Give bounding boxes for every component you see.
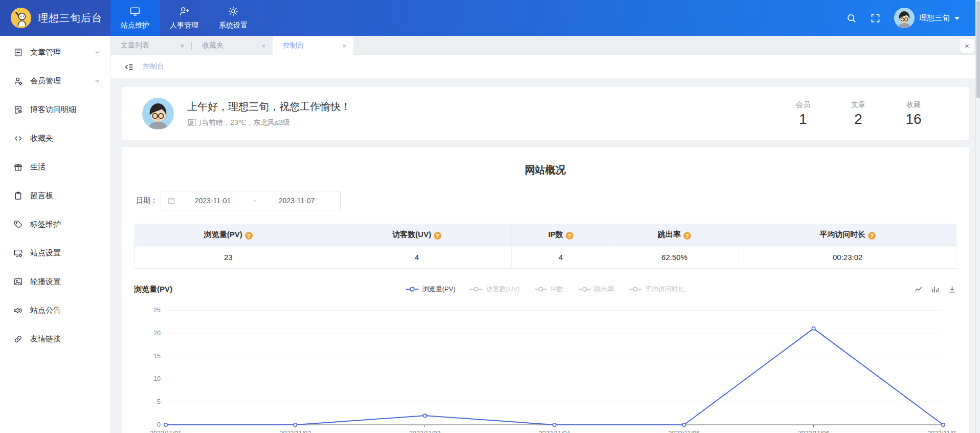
pv-line-chart: 05101520252023/11/012023/11/022023/11/03… <box>134 303 956 433</box>
svg-text:0: 0 <box>157 421 161 428</box>
tab-1[interactable]: 文章列表× <box>110 36 191 55</box>
date-separator: - <box>250 197 259 205</box>
sidebar-item-label: 收藏夹 <box>30 134 53 143</box>
topnav-label: 站点维护 <box>121 21 149 30</box>
user-name: 理想三旬 <box>919 13 950 23</box>
section-title: 网站概况 <box>134 163 956 177</box>
date-range-input[interactable]: 2023-11-01 - 2023-11-07 <box>161 191 341 210</box>
stat-文章: 文章2 <box>847 100 870 127</box>
table-header-5: 平均访问时长? <box>739 224 956 246</box>
date-filter-row: 日期： 2023-11-01 - 2023-11-07 <box>136 191 956 210</box>
sidebar-item-7[interactable]: 标签维护 <box>0 210 110 239</box>
open-tabs: 文章列表×收藏夹×控制台× <box>110 36 960 55</box>
chevron-down-icon <box>954 17 960 20</box>
sidebar-item-3[interactable]: 博客访问明细 <box>0 95 110 124</box>
tag-icon <box>13 220 23 229</box>
sidebar-item-label: 站点公告 <box>30 306 61 315</box>
chart-header: 浏览量(PV) 浏览量(PV)访客数(UV)IP数跳出率平均访问时长 <box>134 283 956 296</box>
close-all-tabs-button[interactable]: × <box>960 39 974 53</box>
tab-label: 收藏夹 <box>202 41 224 50</box>
stat-label: 收藏 <box>902 100 925 110</box>
sidebar-item-5[interactable]: 生活 <box>0 153 110 181</box>
scrollbar-thumb[interactable] <box>976 1 980 98</box>
member-icon <box>13 76 23 86</box>
svg-text:2023/11/04: 2023/11/04 <box>539 430 570 433</box>
topnav-item-2[interactable]: 人事管理 <box>160 0 209 36</box>
gear-icon <box>228 6 239 18</box>
help-icon[interactable]: ? <box>566 232 573 240</box>
stat-label: 文章 <box>847 100 870 110</box>
svg-text:2023/11/02: 2023/11/02 <box>280 430 311 433</box>
user-menu[interactable]: 理想三旬 <box>894 8 960 28</box>
tab-close-icon[interactable]: × <box>261 42 265 50</box>
topnav-label: 系统设置 <box>219 21 248 30</box>
download-icon[interactable] <box>948 285 956 294</box>
table-value-5: 00:23:02 <box>739 246 956 269</box>
sidebar-item-9[interactable]: 轮播设置 <box>0 267 110 296</box>
sidebar-item-6[interactable]: 留言板 <box>0 181 110 210</box>
user-add-icon <box>179 6 190 18</box>
greeting-avatar <box>142 98 174 129</box>
legend-label: 访客数(UV) <box>486 285 520 294</box>
svg-text:2023/11/07: 2023/11/07 <box>927 430 956 433</box>
legend-label: 浏览量(PV) <box>422 285 455 294</box>
date-label: 日期： <box>136 196 158 205</box>
sidebar-item-11[interactable]: 友情链接 <box>0 324 110 353</box>
tab-bar: 文章列表×收藏夹×控制台× × <box>110 36 980 55</box>
table-header-3: IP数? <box>511 224 610 246</box>
visit-log-icon <box>13 105 23 115</box>
metrics-table: 浏览量(PV)?访客数(UV)?IP数?跳出率?平均访问时长? 234462.5… <box>134 224 956 269</box>
help-icon[interactable]: ? <box>868 232 876 240</box>
svg-text:2023/11/01: 2023/11/01 <box>150 430 182 433</box>
legend-label: 跳出率 <box>594 285 614 294</box>
topnav-item-1[interactable]: 站点维护 <box>110 0 160 36</box>
stat-value: 1 <box>792 111 814 127</box>
sidebar-item-label: 标签维护 <box>30 220 61 229</box>
sidebar-item-10[interactable]: 站点公告 <box>0 296 110 324</box>
sidebar-item-8[interactable]: 站点设置 <box>0 239 110 267</box>
greeting-weather: 厦门当前晴，23℃，东北风≤3级 <box>187 118 351 127</box>
legend-item-3[interactable]: IP数 <box>534 285 563 294</box>
sidebar-item-label: 博客访问明细 <box>30 105 76 115</box>
help-icon[interactable]: ? <box>434 232 441 240</box>
sidebar-item-4[interactable]: 收藏夹 <box>0 124 110 153</box>
legend-item-2[interactable]: 访客数(UV) <box>470 285 520 294</box>
search-icon[interactable] <box>846 13 857 24</box>
help-icon[interactable]: ? <box>245 232 253 240</box>
breadcrumb: 控制台 <box>110 55 980 78</box>
clipboard-icon <box>13 191 23 201</box>
sidebar-item-2[interactable]: 会员管理 <box>0 67 110 95</box>
date-end-value: 2023-11-07 <box>259 197 334 205</box>
greeting-card: 上午好，理想三旬，祝您工作愉快！ 厦门当前晴，23℃，东北风≤3级 会员1文章2… <box>122 87 969 140</box>
link-icon <box>13 334 23 344</box>
page-content: 上午好，理想三旬，祝您工作愉快！ 厦门当前晴，23℃，东北风≤3级 会员1文章2… <box>110 78 980 433</box>
legend-item-4[interactable]: 跳出率 <box>578 285 614 294</box>
stat-value: 16 <box>902 111 925 127</box>
fullscreen-icon[interactable] <box>870 13 881 24</box>
top-navigation: 站点维护人事管理系统设置 <box>110 0 258 36</box>
bar-chart-icon[interactable] <box>931 285 940 294</box>
tab-3[interactable]: 控制台× <box>273 36 353 55</box>
help-icon[interactable]: ? <box>683 232 691 240</box>
line-chart-icon[interactable] <box>914 285 923 294</box>
svg-text:20: 20 <box>153 330 161 337</box>
table-value-3: 4 <box>511 246 610 269</box>
app-title: 理想三旬后台 <box>38 11 102 25</box>
topbar-right: 理想三旬 <box>846 0 980 36</box>
table-value-1: 23 <box>135 246 322 269</box>
table-header-4: 跳出率? <box>610 224 739 246</box>
stat-会员: 会员1 <box>792 100 814 127</box>
tab-close-icon[interactable]: × <box>180 42 184 50</box>
tab-2[interactable]: 收藏夹× <box>192 36 273 55</box>
legend-item-5[interactable]: 平均访问时长 <box>629 285 685 294</box>
collapse-sidebar-icon[interactable] <box>124 62 133 72</box>
topnav-item-3[interactable]: 系统设置 <box>209 0 258 36</box>
tab-label: 文章列表 <box>121 41 149 50</box>
app-logo-area[interactable]: 理想三旬后台 <box>0 0 110 36</box>
svg-text:15: 15 <box>153 353 161 360</box>
tab-close-icon[interactable]: × <box>342 42 346 50</box>
legend-item-1[interactable]: 浏览量(PV) <box>406 285 455 294</box>
chevron-down-icon <box>94 77 101 84</box>
sidebar-item-1[interactable]: 文章管理 <box>0 38 110 67</box>
greeting-title: 上午好，理想三旬，祝您工作愉快！ <box>187 100 351 114</box>
